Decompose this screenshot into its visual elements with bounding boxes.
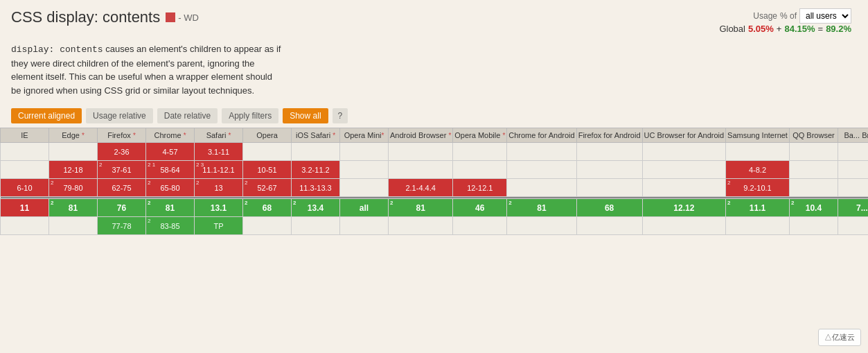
cell [789, 217, 838, 235]
filter-bar: Current aligned Usage relative Date rela… [0, 104, 868, 128]
cell-qq-current: 210.4 [789, 199, 838, 217]
cell [642, 217, 726, 235]
usage-relative-button[interactable]: Usage relative [86, 108, 153, 123]
table-row: 12-18 237-61 2 158-64 2 311.1-12.1 10-51… [1, 161, 869, 179]
th-firefox: Firefox * [98, 128, 146, 143]
page-title: CSS display: contents [11, 8, 160, 26]
th-edge: Edge * [49, 128, 98, 143]
cell [49, 217, 98, 235]
cell: 77-78 [98, 217, 146, 235]
cell-chrome-current: 281 [146, 199, 195, 217]
cell: 2 311.1-12.1 [195, 161, 243, 179]
usage-panel: Usage % of all users Global 5.05% + 84.1… [719, 8, 857, 34]
code-snippet: display: contents [11, 44, 103, 55]
cell [1, 143, 49, 161]
th-opera-mobile: Opera Mobile * [453, 128, 507, 143]
wd-icon [166, 12, 175, 22]
cell: TP [195, 217, 243, 235]
cell-uc-browser-current: 12.12 [642, 199, 726, 217]
cell [1, 217, 49, 235]
cell [789, 179, 838, 197]
cell [576, 143, 642, 161]
apply-filters-button[interactable]: Apply filters [222, 108, 278, 123]
cell [838, 161, 868, 179]
cell [292, 217, 340, 235]
th-qq: QQ Browser [789, 128, 838, 143]
cell [576, 217, 642, 235]
cell-edge-current: 281 [49, 199, 98, 217]
global-row: Global 5.05% + 84.15% = 89.2% [719, 24, 851, 34]
cell: 237-61 [98, 161, 146, 179]
cell-safari-current: 13.1 [195, 199, 243, 217]
cell-chrome-android-current: 281 [507, 199, 576, 217]
cell [838, 179, 868, 197]
cell [1, 161, 49, 179]
cell [243, 217, 292, 235]
usage-selector: Usage % of all users [719, 8, 851, 24]
cell-samsung-current: 211.1 [726, 199, 790, 217]
cell [838, 217, 868, 235]
cell-android-browser-current: 281 [389, 199, 453, 217]
th-opera: Opera [243, 128, 292, 143]
th-android-browser: Android Browser * [389, 128, 453, 143]
wd-label: - WD [178, 12, 199, 23]
th-chrome-android: Chrome for Android [507, 128, 576, 143]
cell [576, 179, 642, 197]
th-uc-browser: UC Browser for Android [642, 128, 726, 143]
current-version-row: 11 281 76 281 13.1 268 213.4 all 281 46 … [1, 199, 869, 217]
cell [642, 143, 726, 161]
global-label: Global [719, 24, 745, 34]
cell [576, 161, 642, 179]
cell: 2 158-64 [146, 161, 195, 179]
current-aligned-button[interactable]: Current aligned [11, 108, 82, 123]
cell [340, 179, 389, 197]
cell: 279-80 [49, 179, 98, 197]
pct-red: 5.05% [748, 24, 774, 34]
cell [642, 179, 726, 197]
cell [49, 143, 98, 161]
date-relative-button[interactable]: Date relative [157, 108, 218, 123]
show-all-button[interactable]: Show all [283, 108, 328, 123]
cell-firefox-android-current: 68 [576, 199, 642, 217]
th-opera-mini: Opera Mini* [340, 128, 389, 143]
cell [507, 161, 576, 179]
help-button[interactable]: ? [333, 108, 348, 123]
description: display: contents causes an element's ch… [0, 40, 416, 104]
cell [292, 143, 340, 161]
users-select[interactable]: all users [799, 8, 851, 24]
cell-ie-current: 11 [1, 199, 49, 217]
cell-firefox-current: 76 [98, 199, 146, 217]
th-ie: IE [1, 128, 49, 143]
cell: 4-57 [146, 143, 195, 161]
pct-green: 84.15% [784, 24, 815, 34]
cell: 4-8.2 [726, 161, 790, 179]
cell [507, 179, 576, 197]
cell [726, 143, 790, 161]
cell: 2-36 [98, 143, 146, 161]
cell [642, 161, 726, 179]
cell-ba-bro-current: 7... [838, 199, 868, 217]
cell [340, 217, 389, 235]
th-samsung: Samsung Internet [726, 128, 790, 143]
table-row-future: 77-78 283-85 TP [1, 217, 869, 235]
cell-opera-mini-current: all [340, 199, 389, 217]
cell: 213 [195, 179, 243, 197]
cell [453, 143, 507, 161]
th-safari: Safari * [195, 128, 243, 143]
cell: 29.2-10.1 [726, 179, 790, 197]
cell: 11.3-13.3 [292, 179, 340, 197]
cell: 10-51 [243, 161, 292, 179]
cell: 3.1-11 [195, 143, 243, 161]
table-row: 6-10 279-80 62-75 265-80 213 252-67 11.3… [1, 179, 869, 197]
cell: 252-67 [243, 179, 292, 197]
cell: 12-12.1 [453, 179, 507, 197]
pct-of-label: % of [780, 11, 797, 21]
cell: 12-18 [49, 161, 98, 179]
cell [389, 161, 453, 179]
th-chrome: Chrome * [146, 128, 195, 143]
cell [789, 161, 838, 179]
cell [340, 143, 389, 161]
cell-ios-safari-current: 213.4 [292, 199, 340, 217]
browser-table-container: IE Edge * Firefox * Chrome * Safari * Op… [0, 128, 868, 235]
cell [726, 217, 790, 235]
